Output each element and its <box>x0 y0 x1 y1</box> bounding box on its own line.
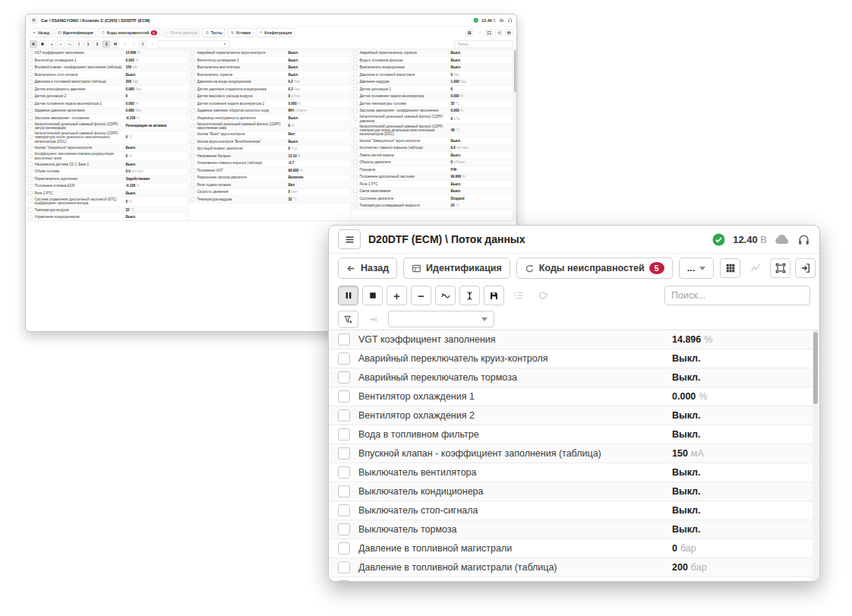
row-checkbox[interactable] <box>338 542 350 554</box>
parameter-row[interactable]: Заданное значение оборотов холостого ход… <box>188 107 351 115</box>
row-checkbox[interactable] <box>338 352 350 365</box>
parameter-row[interactable]: Заслонка завихрения - положение -0.236% <box>26 115 188 122</box>
row-checkbox[interactable] <box>338 409 350 422</box>
parameter-row[interactable]: Датчик массового расхода воздуха 0кг/час <box>188 93 351 100</box>
parameter-row[interactable]: Положение клапана EGR -0.236% <box>26 182 188 190</box>
row-checkbox[interactable] <box>338 371 350 384</box>
parameter-row[interactable]: Вода в топливном фильтре Выкл. <box>351 57 513 65</box>
parameter-row[interactable]: Датчик детонации 2 0 <box>26 93 188 100</box>
row-checkbox[interactable] <box>28 177 33 182</box>
screenshot-button[interactable] <box>485 29 493 36</box>
log-export-button[interactable] <box>795 258 816 278</box>
parameter-row[interactable]: VGT коэффициент заполнения 14.896% <box>329 330 819 349</box>
row-checkbox[interactable] <box>353 109 358 113</box>
columns-1-button[interactable]: 1 <box>84 40 92 48</box>
row-checkbox[interactable] <box>28 58 33 62</box>
row-checkbox[interactable] <box>353 72 358 77</box>
stop-button[interactable] <box>362 286 383 305</box>
parameter-row[interactable]: Давление в топливной магистрали 0бар <box>351 71 513 79</box>
row-checkbox[interactable] <box>28 199 33 204</box>
row-checkbox[interactable] <box>338 333 350 346</box>
parameter-row[interactable]: Давление на входе кондиционера 0.2бар <box>188 78 351 86</box>
row-checkbox[interactable] <box>191 124 195 128</box>
row-checkbox[interactable] <box>338 523 350 535</box>
tests-button[interactable]: Тесты <box>203 28 226 37</box>
row-checkbox[interactable] <box>353 94 358 99</box>
scrollbar[interactable] <box>813 330 819 582</box>
row-checkbox[interactable] <box>28 115 33 120</box>
parameter-row[interactable]: Реле 1 PTC Выкл. <box>351 180 513 188</box>
row-checkbox[interactable] <box>353 167 358 172</box>
smooth-button[interactable] <box>435 286 456 305</box>
row-checkbox[interactable] <box>28 146 33 150</box>
scrollbar-thumb[interactable] <box>813 332 818 404</box>
row-checkbox[interactable] <box>191 65 195 70</box>
parameter-row[interactable]: Разрешение запуска двигателя Включен <box>188 174 351 182</box>
parameter-row[interactable]: Давление в топливной магистрали (таблица… <box>329 558 819 577</box>
parameter-row[interactable]: Количество главного впрыска (таблица) 6.… <box>351 144 513 152</box>
row-checkbox[interactable] <box>191 161 195 166</box>
parameter-row[interactable]: Давление в топливной магистрали 0бар <box>329 539 819 558</box>
parameter-row[interactable]: Впускной клапан - коэффициент заполнения… <box>26 64 188 71</box>
row-checkbox[interactable] <box>338 485 350 498</box>
parameter-row[interactable]: Кнопка круиз-контроля "Возобновление" Вы… <box>188 138 351 146</box>
grid-view-button[interactable] <box>720 258 740 278</box>
row-checkbox[interactable] <box>191 169 195 173</box>
search-input[interactable] <box>664 286 810 305</box>
row-checkbox[interactable] <box>191 87 195 91</box>
fit-vertical-button[interactable] <box>75 40 83 48</box>
parameter-row[interactable]: Аварийный переключатель тормоза Выкл. <box>329 368 819 387</box>
screenshot-button[interactable] <box>770 258 790 278</box>
row-checkbox[interactable] <box>353 182 358 186</box>
parameter-row[interactable]: Выключатель стоп-сигнала Выкл. <box>26 71 188 79</box>
row-checkbox[interactable] <box>191 154 195 159</box>
parameter-row[interactable]: Температура охлаждающей жидкости 34°C <box>351 202 513 210</box>
row-checkbox[interactable] <box>353 51 358 55</box>
filter-dropdown[interactable] <box>157 40 229 48</box>
parameter-row[interactable]: Кнопка "Выкл" круиз-контроля Вкл <box>188 131 351 138</box>
row-checkbox[interactable] <box>28 215 33 220</box>
data-stream-button[interactable]: Поток данных <box>163 28 200 37</box>
list-button[interactable] <box>508 286 529 305</box>
parameter-row[interactable]: Лампа свечей накала Выкл. <box>351 151 513 159</box>
row-checkbox[interactable] <box>338 504 350 516</box>
parameter-row[interactable]: Температура наддува 32°C <box>188 196 351 204</box>
cloud-icon[interactable] <box>775 234 790 245</box>
adjustments-button[interactable]: Уставки <box>228 28 254 37</box>
add-parameter-button[interactable]: + <box>48 40 55 48</box>
search-input[interactable] <box>454 40 513 48</box>
row-checkbox[interactable] <box>191 115 195 120</box>
row-checkbox[interactable] <box>28 154 33 159</box>
filter-clear-button[interactable] <box>338 311 358 328</box>
parameter-row[interactable]: Вентилятор охлаждения 2 Выкл. <box>188 57 351 65</box>
row-checkbox[interactable] <box>353 160 358 165</box>
fault-codes-button[interactable]: Коды неисправностей 5 <box>99 28 160 37</box>
parameter-row[interactable]: Каталитический дизельный сажевый фильтр … <box>188 122 351 131</box>
parameter-row[interactable]: Выключатель тормоза Выкл. <box>188 71 351 79</box>
row-checkbox[interactable] <box>191 109 195 113</box>
row-checkbox[interactable] <box>191 140 195 144</box>
parameter-row[interactable]: Выключатель стоп-сигнала Выкл. <box>329 501 819 520</box>
parameter-row[interactable]: Состояние двигателя Stopped <box>351 194 513 202</box>
stop-button[interactable] <box>39 40 46 48</box>
menu-button[interactable] <box>338 229 361 249</box>
identification-button[interactable]: Идентификация <box>403 257 510 279</box>
parameter-row[interactable]: Индикатор неисправности двигателя Выкл. <box>188 115 351 122</box>
row-checkbox[interactable] <box>353 58 358 62</box>
remove-parameter-button[interactable]: − <box>57 40 65 48</box>
menu-button[interactable] <box>30 17 38 24</box>
parameter-row[interactable]: Аварийный переключатель круиз-контроля В… <box>329 349 819 368</box>
parameter-row[interactable]: Выключатель вентилятора Выкл. <box>329 463 819 482</box>
parameter-row[interactable]: Вентилятор охлаждения 2 Выкл. <box>329 406 819 425</box>
row-checkbox[interactable] <box>338 390 350 403</box>
parameter-row[interactable]: Датчик давления хладагента кондиционера … <box>188 86 351 93</box>
pause-button[interactable] <box>30 40 37 48</box>
row-checkbox[interactable] <box>191 94 195 99</box>
parameter-row[interactable]: Крутящий момент двигателя 0Н·м <box>188 145 351 153</box>
parameter-row[interactable]: Каталитический дизельный сажевый фильтр … <box>26 131 188 144</box>
parameter-row[interactable]: Выключатель тормоза Выкл. <box>329 520 819 539</box>
row-checkbox[interactable] <box>28 94 33 99</box>
parameter-row[interactable]: Положение VGT 99.900% <box>188 167 351 175</box>
scrollbar[interactable] <box>514 49 517 221</box>
row-checkbox[interactable] <box>353 146 358 150</box>
